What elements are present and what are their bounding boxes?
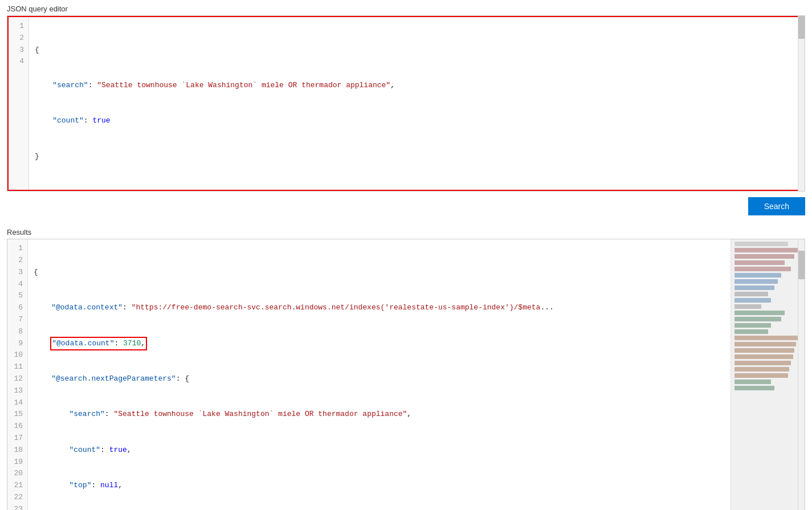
results-code-content: { "@odata.context": "https://free-demo-s… — [28, 239, 805, 510]
editor-line-numbers: 1 2 3 4 — [9, 17, 29, 190]
editor-line-4: } — [35, 151, 798, 163]
results-scrollbar[interactable] — [798, 239, 805, 510]
result-line-1: { — [34, 267, 799, 279]
search-button[interactable]: Search — [748, 197, 805, 215]
editor-line-2: "search": "Seattle townhouse `Lake Washi… — [35, 80, 798, 92]
results-label: Results — [0, 223, 812, 239]
search-button-row: Search — [0, 191, 812, 221]
results-container: 123456 789101112 131415161718 1920212223… — [7, 239, 805, 510]
results-minimap — [731, 239, 805, 510]
editor-line-1: { — [35, 44, 798, 56]
editor-scrollbar[interactable] — [798, 16, 805, 191]
result-line-3: "@odata.count": 3710, — [34, 338, 799, 350]
results-line-numbers: 123456 789101112 131415161718 1920212223… — [7, 239, 28, 510]
results-code-area[interactable]: 123456 789101112 131415161718 1920212223… — [7, 239, 805, 510]
editor-line-3: "count": true — [35, 115, 798, 127]
result-line-6: "count": true, — [34, 444, 799, 456]
result-line-2: "@odata.context": "https://free-demo-sea… — [34, 302, 799, 314]
results-section: Results 123456 789101112 131415161718 19… — [0, 223, 812, 510]
result-line-4: "@search.nextPageParameters": { — [34, 373, 799, 385]
json-editor[interactable]: 1 2 3 4 { "search": "Seattle townhouse `… — [7, 15, 805, 191]
editor-code-content[interactable]: { "search": "Seattle townhouse `Lake Was… — [29, 17, 803, 190]
result-line-7: "top": null, — [34, 480, 799, 492]
editor-label: JSON query editor — [0, 0, 812, 15]
result-line-5: "search": "Seattle townhouse `Lake Washi… — [34, 409, 799, 421]
minimap-content — [731, 239, 805, 394]
